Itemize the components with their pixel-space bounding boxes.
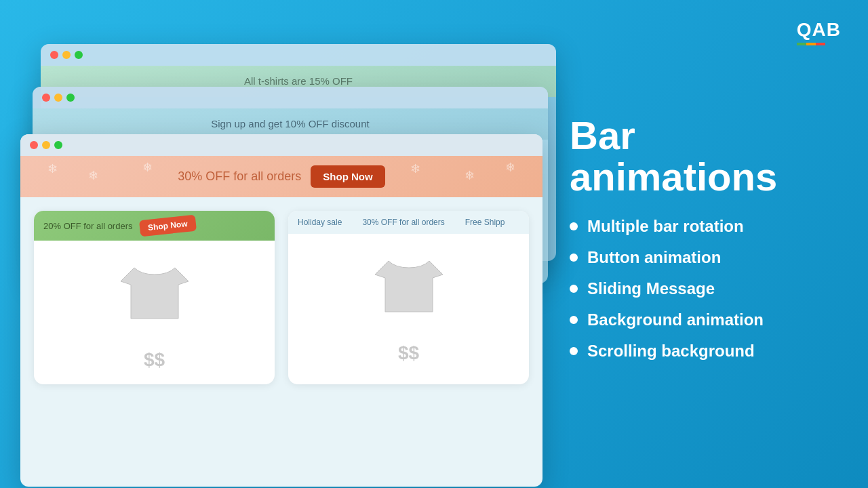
bullet-button-animation (570, 253, 578, 262)
feature-list: Multiple bar rotation Button animation S… (570, 217, 827, 361)
dot-yellow-mid (54, 94, 62, 102)
scroll-item-2: 30% OFF for all orders (362, 218, 444, 227)
product-image-2 (288, 234, 529, 342)
snowflake-icon: ❄ (142, 160, 153, 175)
feature-item-scrolling-background: Scrolling background (570, 342, 827, 361)
snowflake-icon: ❄ (88, 168, 98, 183)
dot-green-mid (66, 94, 75, 102)
snowflake-icon: ❄ (410, 161, 420, 176)
logo-bar-green (797, 43, 806, 45)
mini-bar-text-1: 20% OFF for all orders (43, 221, 133, 231)
feature-item-button-animation: Button animation (570, 248, 827, 267)
logo: QAB (797, 19, 841, 45)
product-card-2: Holiday sale 30% OFF for all orders Free… (288, 211, 529, 384)
browser-window-front: ❄ ❄ ❄ ❄ ❄ ❄ 30% OFF for all orders Shop … (20, 134, 542, 487)
snowflake-icon: ❄ (505, 160, 515, 175)
feature-item-multiple-bar: Multiple bar rotation (570, 217, 827, 236)
bullet-sliding-message (570, 285, 578, 293)
dot-green-back (75, 51, 83, 59)
snowflake-icon: ❄ (465, 168, 475, 183)
feature-text-button-animation: Button animation (587, 248, 721, 267)
bullet-multiple-bar (570, 222, 578, 230)
scroll-items: Holiday sale 30% OFF for all orders Free… (298, 218, 505, 227)
product-image-1 (34, 241, 275, 349)
windows-container: All t-shirts are 15% OFF Sign up and get… (20, 34, 576, 481)
announcement-bar: ❄ ❄ ❄ ❄ ❄ ❄ 30% OFF for all orders Shop … (20, 156, 542, 197)
price-2: $$ (288, 342, 529, 378)
feature-item-background-animation: Background animation (570, 310, 827, 329)
mini-bar-green: 20% OFF for all orders Shop Now (34, 211, 275, 241)
logo-text: QAB (797, 19, 841, 41)
bar-back-text: All t-shirts are 15% OFF (244, 75, 353, 87)
mini-bar-scroll: Holiday sale 30% OFF for all orders Free… (288, 211, 529, 234)
bar-mid-text: Sign up and get 10% OFF discount (211, 118, 369, 129)
feature-text-scrolling-background: Scrolling background (587, 342, 755, 361)
dot-green-front (54, 141, 62, 149)
logo-bar-orange (806, 43, 816, 45)
bullet-background-animation (570, 316, 578, 324)
bullet-scrolling-background (570, 347, 578, 355)
titlebar-front (20, 134, 542, 156)
dot-red-back (50, 51, 58, 59)
feature-text-background-animation: Background animation (587, 310, 764, 329)
main-title: Bar animations (570, 115, 827, 198)
feature-text-sliding-message: Sliding Message (587, 279, 715, 298)
dot-yellow-back (62, 51, 71, 59)
dot-yellow-front (42, 141, 50, 149)
right-panel: Bar animations Multiple bar rotation But… (570, 115, 827, 373)
titlebar-mid (33, 87, 548, 108)
shop-now-button[interactable]: Shop Now (311, 165, 384, 188)
price-1: $$ (34, 349, 275, 384)
feature-item-sliding-message: Sliding Message (570, 279, 827, 298)
snowflake-icon: ❄ (47, 161, 58, 176)
scroll-item-3: Free Shipp (465, 218, 505, 227)
logo-underline (797, 43, 841, 45)
mini-shop-btn-1[interactable]: Shop Now (138, 215, 196, 237)
logo-bar-red (816, 43, 825, 45)
tshirt-icon-2 (368, 251, 450, 325)
scroll-item-1: Holiday sale (298, 218, 342, 227)
product-card-1: 20% OFF for all orders Shop Now $$ (34, 211, 275, 384)
titlebar-back (41, 44, 556, 66)
announcement-text: 30% OFF for all orders (178, 169, 301, 184)
dot-red-front (30, 141, 38, 149)
tshirt-icon-1 (114, 258, 195, 332)
dot-red-mid (42, 94, 50, 102)
feature-text-multiple-bar: Multiple bar rotation (587, 217, 744, 236)
products-area: 20% OFF for all orders Shop Now $$ Holid… (20, 197, 542, 398)
